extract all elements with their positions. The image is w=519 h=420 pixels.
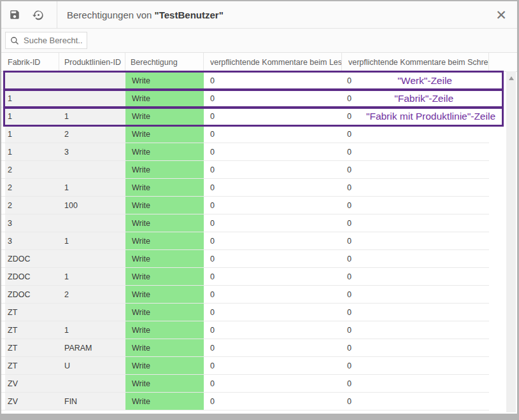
permission-badge[interactable]: Write xyxy=(125,108,204,125)
cell-fabrik-id: ZDOC xyxy=(5,250,59,267)
cell-produktlinien-id xyxy=(59,250,125,267)
cell-produktlinien-id: 1 xyxy=(59,108,125,125)
cell-kommentare-schreiben: 0 xyxy=(342,232,489,249)
cell-kommentare-lesen: 0 xyxy=(204,375,342,392)
cell-kommentare-schreiben: 0 xyxy=(342,357,489,374)
permission-badge[interactable]: Write xyxy=(125,375,204,392)
cell-fabrik-id: ZT xyxy=(5,357,59,374)
table-row[interactable]: 1 Write 0 0 xyxy=(1,90,489,108)
table-row[interactable]: ZT U Write 0 0 xyxy=(1,357,489,375)
cell-kommentare-schreiben: 0 xyxy=(342,125,489,143)
cell-kommentare-schreiben: 0 xyxy=(342,339,489,356)
cell-produktlinien-id xyxy=(59,375,125,392)
permission-badge[interactable]: Write xyxy=(125,393,204,410)
cell-kommentare-lesen: 0 xyxy=(204,339,342,356)
permission-badge[interactable]: Write xyxy=(125,339,204,356)
cell-kommentare-schreiben: 0 xyxy=(342,108,489,125)
cell-kommentare-lesen: 0 xyxy=(204,197,342,214)
cell-fabrik-id: 3 xyxy=(5,232,59,249)
save-icon xyxy=(9,9,20,20)
restore-icon xyxy=(32,9,45,21)
permission-badge[interactable]: Write xyxy=(125,232,204,249)
table-row[interactable]: ZDOC Write 0 0 xyxy=(1,250,489,268)
cell-kommentare-schreiben: 0 xyxy=(342,304,489,321)
column-header-berechtigung[interactable]: Berechtigung xyxy=(125,53,204,71)
cell-produktlinien-id: 2 xyxy=(59,125,125,143)
save-button[interactable] xyxy=(1,1,28,28)
table-row[interactable]: Write 0 0 xyxy=(1,72,489,90)
cell-produktlinien-id: 1 xyxy=(59,321,125,339)
table-row[interactable]: 2 100 Write 0 0 xyxy=(1,197,489,214)
titlebar: Berechtigungen von "TestBenutzer" ✕ xyxy=(1,1,517,29)
cell-produktlinien-id: 1 xyxy=(59,268,125,285)
cell-kommentare-schreiben: 0 xyxy=(342,90,489,107)
cell-fabrik-id: ZDOC xyxy=(5,286,59,303)
table-row[interactable]: 2 Write 0 0 xyxy=(1,161,489,179)
table-row[interactable]: 2 1 Write 0 0 xyxy=(1,179,489,197)
cell-kommentare-schreiben: 0 xyxy=(342,250,489,267)
permission-badge[interactable]: Write xyxy=(125,286,204,303)
permission-badge[interactable]: Write xyxy=(125,197,204,214)
permission-badge[interactable]: Write xyxy=(125,90,204,107)
table-row[interactable]: 1 3 Write 0 0 xyxy=(1,143,489,161)
cell-fabrik-id: 2 xyxy=(5,179,59,196)
search-input[interactable] xyxy=(24,36,82,45)
cell-kommentare-lesen: 0 xyxy=(204,286,342,303)
table-row[interactable]: ZDOC 2 Write 0 0 xyxy=(1,286,489,304)
permission-badge[interactable]: Write xyxy=(125,161,204,178)
cell-kommentare-schreiben: 0 xyxy=(342,375,489,392)
permission-badge[interactable]: Write xyxy=(125,143,204,160)
cell-produktlinien-id: U xyxy=(59,357,125,374)
search-box[interactable] xyxy=(5,32,87,49)
permission-badge[interactable]: Write xyxy=(125,250,204,267)
permission-badge[interactable]: Write xyxy=(125,179,204,196)
table-row[interactable]: ZT Write 0 0 xyxy=(1,304,489,321)
permission-badge[interactable]: Write xyxy=(125,125,204,143)
vertical-scrollbar[interactable] xyxy=(506,71,516,412)
cell-kommentare-lesen: 0 xyxy=(204,90,342,107)
cell-produktlinien-id: PARAM xyxy=(59,339,125,356)
cell-kommentare-schreiben: 0 xyxy=(342,286,489,303)
permission-badge[interactable]: Write xyxy=(125,304,204,321)
table-row[interactable]: 3 1 Write 0 0 xyxy=(1,232,489,250)
window-title-user: "TestBenutzer" xyxy=(155,10,224,20)
cell-fabrik-id xyxy=(5,72,59,89)
search-bar xyxy=(1,29,517,52)
column-header-fabrik-id[interactable]: Fabrik-ID xyxy=(5,53,59,71)
cell-kommentare-schreiben: 0 xyxy=(342,143,489,160)
table-row[interactable]: 1 2 Write 0 0 xyxy=(1,125,489,143)
cell-kommentare-schreiben: 0 xyxy=(342,268,489,285)
cell-kommentare-schreiben: 0 xyxy=(342,161,489,178)
cell-kommentare-lesen: 0 xyxy=(204,357,342,374)
table-row[interactable]: 1 1 Write 0 0 xyxy=(1,108,489,125)
column-header-kommentare-lesen[interactable]: verpflichtende Kommentare beim Lesen xyxy=(204,53,342,71)
cell-fabrik-id: ZT xyxy=(5,339,59,356)
cell-kommentare-lesen: 0 xyxy=(204,250,342,267)
close-button[interactable]: ✕ xyxy=(490,4,512,25)
permission-badge[interactable]: Write xyxy=(125,357,204,374)
permission-badge[interactable]: Write xyxy=(125,268,204,285)
cell-fabrik-id: ZT xyxy=(5,304,59,321)
cell-kommentare-lesen: 0 xyxy=(204,321,342,339)
cell-fabrik-id: 1 xyxy=(5,143,59,160)
permission-badge[interactable]: Write xyxy=(125,321,204,339)
permissions-window: Berechtigungen von "TestBenutzer" ✕ Fabr… xyxy=(1,1,517,414)
cell-fabrik-id: ZV xyxy=(5,393,59,410)
cell-produktlinien-id: 1 xyxy=(59,179,125,196)
cell-kommentare-schreiben: 0 xyxy=(342,393,489,410)
scroll-up-icon[interactable] xyxy=(509,76,514,80)
column-header-kommentare-schreiben[interactable]: verpflichtende Kommentare beim Schreiben xyxy=(342,53,489,71)
table-row[interactable]: ZDOC 1 Write 0 0 xyxy=(1,268,489,286)
cell-produktlinien-id xyxy=(59,304,125,321)
cell-fabrik-id: ZV xyxy=(5,375,59,392)
cell-kommentare-lesen: 0 xyxy=(204,232,342,249)
table-row[interactable]: 3 Write 0 0 xyxy=(1,214,489,232)
table-row[interactable]: ZV FIN Write 0 0 xyxy=(1,393,489,410)
table-row[interactable]: ZT PARAM Write 0 0 xyxy=(1,339,489,357)
table-row[interactable]: ZV Write 0 0 xyxy=(1,375,489,393)
column-header-produktlinien-id[interactable]: Produktlinien-ID xyxy=(59,53,125,71)
restore-button[interactable] xyxy=(28,1,48,28)
table-row[interactable]: ZT 1 Write 0 0 xyxy=(1,321,489,339)
permission-badge[interactable]: Write xyxy=(125,72,204,89)
permission-badge[interactable]: Write xyxy=(125,214,204,232)
